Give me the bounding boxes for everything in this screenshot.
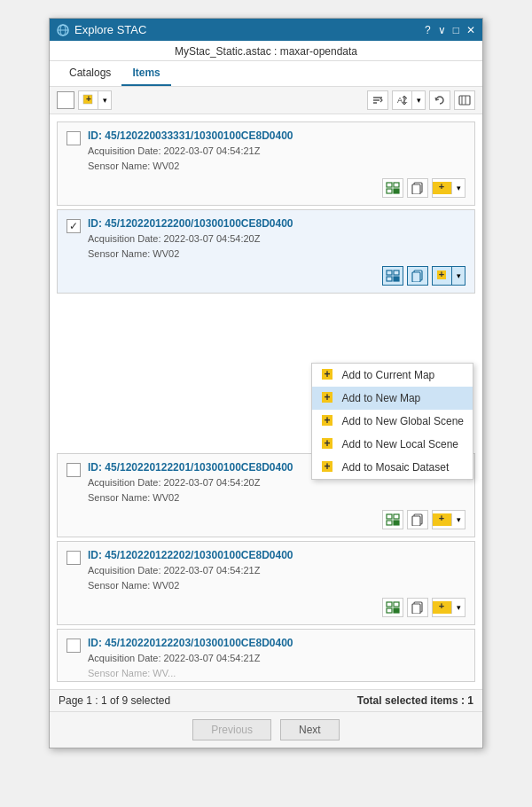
item-sensor-4: Sensor Name: WV... [88,666,466,681]
add-new-map-icon: + [321,391,335,405]
item-actions-3: + ▾ [88,598,466,617]
svg-rect-22 [394,270,399,275]
sort-order-arrow: ▾ [412,96,425,105]
items-list: ID: 45/120220033331/10300100CE8D0400 Acq… [50,114,482,689]
svg-rect-50 [394,608,399,613]
svg-rect-10 [459,96,470,105]
svg-rect-13 [387,183,392,187]
add-toolbar-icon: + [79,91,98,109]
add-toolbar-dropdown[interactable]: + ▾ [78,90,112,110]
svg-rect-16 [394,189,399,193]
tabs-bar: Catalogs Items [50,61,482,87]
svg-rect-24 [394,277,399,281]
add-new-global-scene-icon: + [321,414,335,428]
item-acq-1: Acquisition Date: 2022-03-07 04:54:20Z [88,231,466,247]
item-sensor-2: Sensor Name: WV02 [88,490,466,505]
globe-icon [57,24,69,36]
item-checkbox-3[interactable] [66,551,81,565]
menu-add-new-map[interactable]: + Add to New Map [312,387,473,410]
item-checkbox-1[interactable]: ✓ [66,219,81,233]
svg-rect-14 [394,183,399,187]
menu-add-current-map-label: Add to Current Map [342,369,435,381]
window-title: Explore STAC [74,23,146,36]
item-add-dropdown-2[interactable]: + ▾ [432,510,466,529]
item-card-3: ID: 45/120220122202/10300100CE8D0400 Acq… [57,541,475,625]
svg-rect-26 [412,272,420,282]
item-checkbox-2[interactable] [66,463,81,477]
footer-buttons: Previous Next [50,711,482,748]
tab-catalogs[interactable]: Catalogs [59,61,121,86]
toolbar: + ▾ AZ ▾ [50,87,482,114]
menu-add-new-local-scene-label: Add to New Local Scene [342,438,458,451]
item-copy-btn-3[interactable] [407,598,428,617]
previous-button[interactable]: Previous [192,719,271,740]
svg-rect-41 [387,521,392,525]
item-acq-3: Acquisition Date: 2022-03-07 04:54:21Z [88,563,466,578]
svg-rect-15 [387,189,392,193]
item-content-4: ID: 45/120220122203/10300100CE8D0400 Acq… [88,637,466,674]
item-actions-2: + ▾ [88,510,466,529]
item-id-3: ID: 45/120220122202/10300100CE8D0400 [88,549,466,561]
sort-order-dropdown[interactable]: AZ ▾ [392,90,426,110]
tab-items[interactable]: Items [121,61,170,86]
svg-rect-18 [412,184,420,194]
item-view-btn-0[interactable] [382,178,403,198]
svg-text:+: + [438,270,443,279]
add-current-map-icon: + [321,368,335,382]
item-content-3: ID: 45/120220122202/10300100CE8D0400 Acq… [88,549,466,617]
settings-btn[interactable] [454,90,475,110]
add-toolbar-arrow: ▾ [98,96,111,105]
item-add-dropdown-3[interactable]: + ▾ [432,598,466,617]
svg-text:+: + [324,437,330,450]
sort-order-icon: AZ [393,91,412,109]
menu-add-new-global-scene-label: Add to New Global Scene [342,415,464,427]
item-checkbox-0[interactable] [66,131,81,145]
svg-rect-23 [387,277,392,281]
title-bar-left: Explore STAC [57,23,146,36]
svg-rect-21 [387,270,392,275]
menu-add-new-local-scene[interactable]: + Add to New Local Scene [312,433,473,456]
item-copy-btn-2[interactable] [407,510,428,529]
svg-text:+: + [438,513,443,523]
menu-add-current-map[interactable]: + Add to Current Map [312,364,473,387]
menu-add-new-map-label: Add to New Map [342,392,421,404]
svg-text:+: + [324,460,330,473]
select-all-checkbox[interactable] [57,91,74,109]
context-menu: + Add to Current Map + Add to New Map [311,363,473,480]
menu-add-new-global-scene[interactable]: + Add to New Global Scene [312,410,473,433]
expand-icon[interactable]: ∨ [438,24,446,36]
item-checkbox-4[interactable] [66,639,81,653]
item-copy-btn-1[interactable] [407,266,428,286]
add-mosaic-dataset-icon: + [321,460,335,474]
svg-rect-39 [387,514,392,519]
item-view-btn-1[interactable] [382,266,403,286]
close-icon[interactable]: ✕ [466,24,475,36]
item-view-btn-2[interactable] [382,510,403,529]
help-icon[interactable]: ? [425,24,431,36]
svg-text:+: + [438,182,443,192]
item-id-0: ID: 45/120220033331/10300100CE8D0400 [88,129,466,142]
svg-rect-40 [394,514,399,519]
item-content-0: ID: 45/120220033331/10300100CE8D0400 Acq… [88,129,466,198]
item-actions-0: + ▾ [88,178,466,198]
refresh-btn[interactable] [429,90,450,110]
item-sensor-3: Sensor Name: WV02 [88,578,466,593]
item-view-btn-3[interactable] [382,598,403,617]
item-id-4: ID: 45/120220122203/10300100CE8D0400 [88,637,466,649]
svg-text:+: + [324,368,330,380]
item-card-1: ✓ ID: 45/120220122200/10300100CE8D0400 A… [57,209,475,294]
title-bar: Explore STAC ? ∨ □ ✕ [50,19,482,41]
svg-rect-44 [412,516,420,526]
item-add-dropdown-1[interactable]: + ▾ [432,266,466,286]
sort-btn[interactable] [367,90,388,110]
next-button[interactable]: Next [280,719,340,740]
svg-rect-47 [387,602,392,607]
checkmark-1: ✓ [69,221,78,231]
item-content-1: ID: 45/120220122200/10300100CE8D0400 Acq… [88,217,466,286]
menu-add-mosaic-dataset[interactable]: + Add to Mosaic Dataset [312,456,473,479]
item-card-4: ID: 45/120220122203/10300100CE8D0400 Acq… [57,629,475,682]
item-copy-btn-0[interactable] [407,178,428,198]
item-add-dropdown-0[interactable]: + ▾ [432,178,466,198]
item-card-0: ID: 45/120220033331/10300100CE8D0400 Acq… [57,121,475,206]
minimize-icon[interactable]: □ [453,24,459,36]
